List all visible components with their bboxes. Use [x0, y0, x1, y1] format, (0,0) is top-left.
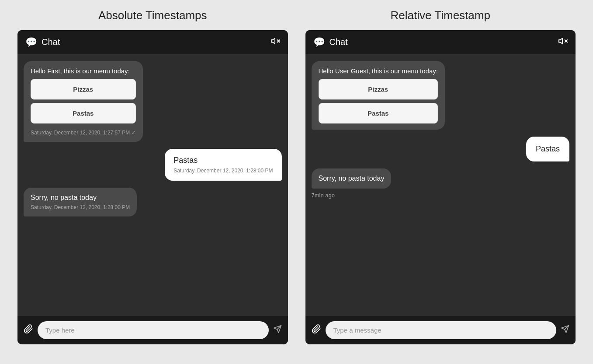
- right-user-message-text: Pastas: [536, 144, 560, 154]
- svg-marker-0: [271, 38, 274, 44]
- right-chat-header-left: 💬 Chat: [313, 37, 348, 48]
- left-pizzas-button[interactable]: Pizzas: [31, 79, 136, 100]
- right-chat-messages: Hello User Guest, this is our menu today…: [305, 54, 576, 316]
- left-user-timestamp: Saturday, December 12, 2020, 1:28:00 PM: [173, 168, 273, 174]
- right-chat-window: 💬 Chat Hello User Guest, this is our men…: [305, 30, 576, 344]
- left-chat-header-left: 💬 Chat: [25, 37, 60, 48]
- right-message-input[interactable]: [326, 321, 557, 339]
- right-bot-reply-text: Sorry, no pasta today: [319, 175, 385, 182]
- right-attach-icon[interactable]: [312, 324, 321, 337]
- left-bot-timestamp: Saturday, December 12, 2020, 1:27:57 PM …: [31, 130, 136, 136]
- left-mute-icon[interactable]: [270, 36, 280, 48]
- relative-time-label: 7min ago: [312, 192, 335, 199]
- left-bot-bubble-reply: Sorry, no pasta today Saturday, December…: [24, 188, 137, 216]
- left-chat-header: 💬 Chat: [17, 30, 288, 54]
- right-pizzas-button[interactable]: Pizzas: [319, 79, 438, 100]
- left-bot-message-text: Hello First, this is our menu today:: [31, 67, 136, 75]
- right-chat-header: 💬 Chat: [305, 30, 576, 54]
- left-bot-reply-text: Sorry, no pasta today: [31, 194, 130, 202]
- right-user-bubble: Pastas: [526, 137, 569, 161]
- left-user-bubble: Pastas Saturday, December 12, 2020, 1:28…: [165, 149, 281, 181]
- svg-marker-5: [559, 38, 562, 44]
- left-user-message-text: Pastas: [173, 156, 273, 165]
- left-bot-reply-timestamp: Saturday, December 12, 2020, 1:28:00 PM: [31, 204, 130, 210]
- left-panel-wrapper: Absolute Timestamps 💬 Chat: [17, 9, 288, 344]
- right-chat-footer: [305, 316, 576, 344]
- right-bot-message-text: Hello User Guest, this is our menu today…: [319, 67, 438, 75]
- left-message-input[interactable]: [38, 321, 269, 339]
- right-bot-bubble-reply: Sorry, no pasta today: [312, 168, 392, 189]
- right-panel-title: Relative Timestamp: [391, 9, 490, 22]
- left-chat-window: 💬 Chat Hello First, this is our menu tod…: [17, 30, 288, 344]
- left-chat-messages: Hello First, this is our menu today: Piz…: [17, 54, 288, 316]
- left-panel-title: Absolute Timestamps: [98, 9, 207, 22]
- right-bot-bubble-menu: Hello User Guest, this is our menu today…: [312, 61, 445, 130]
- left-pastas-button[interactable]: Pastas: [31, 103, 136, 124]
- right-send-icon[interactable]: [561, 325, 569, 336]
- left-chat-footer: [17, 316, 288, 344]
- left-chat-icon: 💬: [25, 37, 37, 48]
- left-chat-title: Chat: [42, 37, 60, 47]
- left-send-icon[interactable]: [273, 325, 282, 336]
- right-mute-icon[interactable]: [558, 36, 568, 48]
- right-panel-wrapper: Relative Timestamp 💬 Chat: [305, 9, 576, 344]
- right-pastas-button[interactable]: Pastas: [319, 103, 438, 124]
- left-bot-bubble-menu: Hello First, this is our menu today: Piz…: [24, 61, 143, 142]
- panels-container: Absolute Timestamps 💬 Chat: [17, 9, 576, 344]
- right-chat-title: Chat: [329, 37, 348, 47]
- left-attach-icon[interactable]: [24, 324, 33, 337]
- right-chat-icon: 💬: [313, 37, 325, 48]
